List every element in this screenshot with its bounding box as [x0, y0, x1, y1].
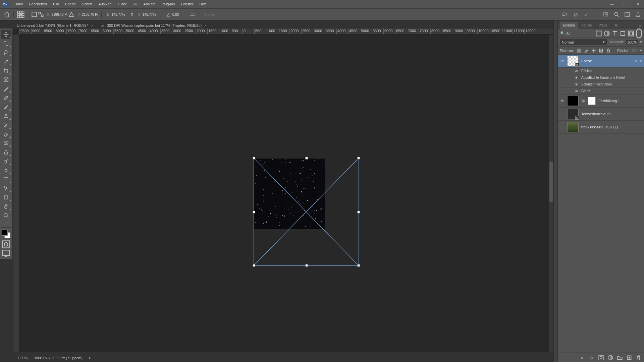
- edit-toolbar-icon[interactable]: ⋯: [1, 220, 11, 226]
- lock-paint-icon[interactable]: [584, 48, 589, 53]
- relative-pos-icon[interactable]: [32, 12, 37, 17]
- delta-icon[interactable]: [69, 12, 74, 17]
- tab-3d[interactable]: 3D: [611, 22, 622, 29]
- layer-thumb[interactable]: ▦: [567, 56, 579, 66]
- layer-row-image[interactable]: tree-3095683_1920(1): [558, 121, 644, 134]
- mask-icon[interactable]: [598, 355, 604, 360]
- skew-h-icon[interactable]: [190, 12, 195, 17]
- scrollbar-vertical[interactable]: [549, 35, 553, 352]
- mask-thumb[interactable]: [588, 97, 596, 105]
- ruler-vertical[interactable]: [13, 35, 19, 352]
- link-icon[interactable]: [129, 12, 135, 17]
- lock-pos-icon[interactable]: [591, 48, 596, 53]
- doc-tab-1[interactable]: Unbenannt-1 bei 7,09% (Ebene 1, RGB/8) *…: [13, 22, 97, 28]
- ref-point-icon[interactable]: [38, 12, 44, 17]
- chevron-down-icon[interactable]: ▾: [640, 59, 642, 63]
- effects-header[interactable]: 👁 Effekte: [558, 68, 644, 74]
- adjustment-icon[interactable]: [608, 355, 613, 360]
- transform-handle-tr[interactable]: [357, 157, 360, 160]
- move-tool[interactable]: [1, 30, 11, 39]
- type-tool[interactable]: [1, 175, 11, 184]
- blur-tool[interactable]: [1, 147, 11, 157]
- filter-adjust-icon[interactable]: [604, 31, 610, 37]
- menu-ebene[interactable]: Ebene: [62, 0, 79, 8]
- ruler-horizontal[interactable]: 9500900085008000750070006500600055005000…: [19, 28, 553, 35]
- menu-datei[interactable]: Datei: [11, 0, 26, 8]
- pen-tool[interactable]: [1, 166, 11, 175]
- path-select-tool[interactable]: [1, 184, 11, 193]
- visibility-icon[interactable]: 👁: [574, 89, 579, 93]
- close-icon[interactable]: ×: [204, 23, 206, 27]
- rotation-value[interactable]: 0,00: [172, 13, 189, 16]
- visibility-icon[interactable]: 👁: [560, 99, 565, 103]
- tab-pfade[interactable]: Pfade: [595, 22, 611, 29]
- color-swatches[interactable]: [2, 230, 10, 238]
- effect-bevel[interactable]: 👁 Abgeflachte Kante und Relief: [558, 74, 644, 81]
- menu-hilfe[interactable]: Hilfe: [196, 0, 210, 8]
- filter-toggle-icon[interactable]: [636, 31, 642, 37]
- status-dimensions[interactable]: 3000 Px x 3000 Px (72 ppcm): [34, 356, 83, 360]
- layer-filter-input[interactable]: 🔍 Art: [560, 31, 594, 36]
- filter-type-icon[interactable]: [612, 31, 618, 37]
- visibility-icon[interactable]: 👁: [574, 82, 579, 86]
- transform-handle-bl[interactable]: [253, 264, 255, 267]
- interp-label[interactable]: Glätten: [204, 13, 215, 16]
- search-icon[interactable]: [614, 12, 619, 17]
- gradient-tool[interactable]: [1, 138, 11, 147]
- chevron-down-icon[interactable]: ▾: [640, 40, 642, 44]
- link-layers-icon[interactable]: [580, 355, 585, 360]
- tab-kanaele[interactable]: Kanäle: [578, 22, 595, 29]
- workspace-icon[interactable]: [625, 12, 630, 17]
- fx-badge[interactable]: fx: [635, 59, 637, 63]
- layer-name[interactable]: Ebene 1: [581, 59, 632, 63]
- lock-trans-icon[interactable]: [577, 48, 581, 53]
- menu-filter[interactable]: Filter: [115, 0, 129, 8]
- fill-value[interactable]: 0%: [632, 49, 637, 53]
- eyedropper-tool[interactable]: [1, 84, 11, 93]
- tab-ebenen[interactable]: Ebenen: [560, 22, 578, 29]
- layer-row-fill[interactable]: 👁 ⛓ Farbfüllung 1: [558, 95, 644, 108]
- home-icon[interactable]: [3, 11, 10, 18]
- chevron-down-icon[interactable]: ▾: [640, 48, 642, 53]
- x-value[interactable]: 2186,48 Pi: [51, 13, 67, 16]
- transform-handle-bc[interactable]: [305, 264, 308, 267]
- status-chevron-icon[interactable]: >: [89, 356, 91, 360]
- healing-tool[interactable]: [1, 93, 11, 102]
- transform-handle-mr[interactable]: [357, 211, 360, 214]
- cancel-transform-icon[interactable]: ⊘: [574, 11, 578, 18]
- status-zoom[interactable]: 7,09%: [17, 356, 28, 360]
- layer-row-levels[interactable]: ◧ Tonwertkorrektur 1: [558, 108, 644, 121]
- menu-bild[interactable]: Bild: [50, 0, 62, 8]
- shape-tool[interactable]: [1, 193, 11, 202]
- eraser-tool[interactable]: [1, 129, 11, 138]
- commit-transform-icon[interactable]: ✓: [584, 11, 588, 18]
- menu-plugins[interactable]: Plug-ins: [158, 0, 178, 8]
- layer-thumb[interactable]: [567, 122, 579, 132]
- canvas[interactable]: [19, 35, 553, 352]
- doc-tab-2[interactable]: ☁ 300 DPI Wassertropfen.psdc bei 117% (T…: [97, 22, 210, 28]
- layer-name[interactable]: tree-3095683_1920(1): [581, 125, 642, 129]
- layer-thumb[interactable]: ◧: [567, 109, 579, 119]
- menu-ansicht[interactable]: Ansicht: [140, 0, 158, 8]
- visibility-icon[interactable]: 👁: [574, 69, 579, 73]
- hand-tool[interactable]: [1, 202, 11, 211]
- blend-mode-dropdown[interactable]: Normal▾: [560, 39, 607, 45]
- marquee-tool[interactable]: [1, 39, 11, 48]
- y-value[interactable]: 2186,48 Pi: [82, 13, 98, 16]
- menu-fenster[interactable]: Fenster: [178, 0, 196, 8]
- filter-pixel-icon[interactable]: [596, 31, 602, 37]
- lock-nest-icon[interactable]: [599, 48, 603, 53]
- brush-tool[interactable]: [1, 102, 11, 111]
- h-value[interactable]: 145,77%: [143, 13, 159, 16]
- close-icon[interactable]: ×: [91, 23, 93, 27]
- transform-handle-br[interactable]: [357, 264, 360, 267]
- window-close-icon[interactable]: ✕: [631, 0, 644, 8]
- effect-satin[interactable]: 👁 Glanz: [558, 88, 644, 95]
- wand-tool[interactable]: [1, 57, 11, 66]
- layer-thumb[interactable]: [567, 96, 579, 106]
- menu-schrift[interactable]: Schrift: [79, 0, 95, 8]
- lasso-tool[interactable]: [1, 48, 11, 57]
- filter-shape-icon[interactable]: [620, 31, 626, 37]
- lock-all-icon[interactable]: [606, 48, 611, 53]
- frame-tool[interactable]: [1, 75, 11, 84]
